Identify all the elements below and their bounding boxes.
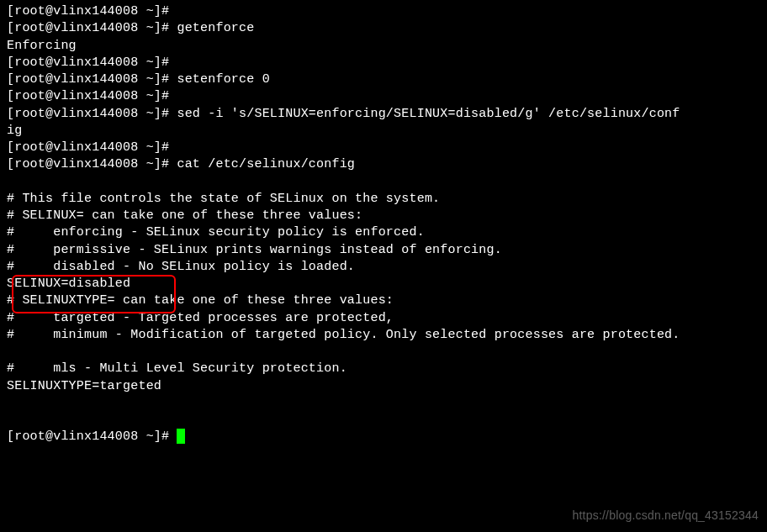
watermark-text: https://blog.csdn.net/qq_43152344 [573, 508, 759, 524]
terminal-line: # mls - Multi Level Security protection. [7, 361, 760, 377]
terminal-line: ig [7, 123, 760, 140]
terminal-line: # enforcing - SELinux security policy is… [7, 224, 760, 241]
terminal-line [7, 344, 760, 361]
terminal-line: # permissive - SELinux prints warnings i… [7, 242, 760, 259]
terminal-line: [root@vlinx144008 ~]# [7, 429, 760, 445]
terminal-line: SELINUX=disabled [7, 276, 760, 292]
terminal-line: [root@vlinx144008 ~]# [7, 88, 760, 105]
cursor-icon [177, 429, 185, 444]
terminal-line: [root@vlinx144008 ~]# [7, 55, 760, 71]
terminal-line: # SELINUX= can take one of these three v… [7, 208, 760, 224]
terminal-line: [root@vlinx144008 ~]# [7, 140, 760, 156]
terminal-output[interactable]: [root@vlinx144008 ~]# [root@vlinx144008 … [7, 3, 760, 446]
terminal-line: # minimum - Modification of targeted pol… [7, 327, 760, 344]
terminal-line [7, 395, 760, 412]
terminal-line: # disabled - No SELinux policy is loaded… [7, 259, 760, 276]
terminal-line: # SELINUXTYPE= can take one of these thr… [7, 292, 760, 309]
terminal-line: # targeted - Targeted processes are prot… [7, 310, 760, 327]
terminal-line: Enforcing [7, 38, 760, 55]
terminal-line: [root@vlinx144008 ~]# setenforce 0 [7, 71, 760, 88]
terminal-line: # This file controls the state of SELinu… [7, 191, 760, 208]
terminal-line [7, 174, 760, 191]
terminal-line: [root@vlinx144008 ~]# [7, 3, 760, 20]
terminal-line: [root@vlinx144008 ~]# cat /etc/selinux/c… [7, 156, 760, 173]
terminal-line: [root@vlinx144008 ~]# sed -i 's/SELINUX=… [7, 106, 760, 123]
terminal-line: [root@vlinx144008 ~]# getenforce [7, 20, 760, 37]
terminal-line: SELINUXTYPE=targeted [7, 378, 760, 395]
terminal-line [7, 412, 760, 429]
